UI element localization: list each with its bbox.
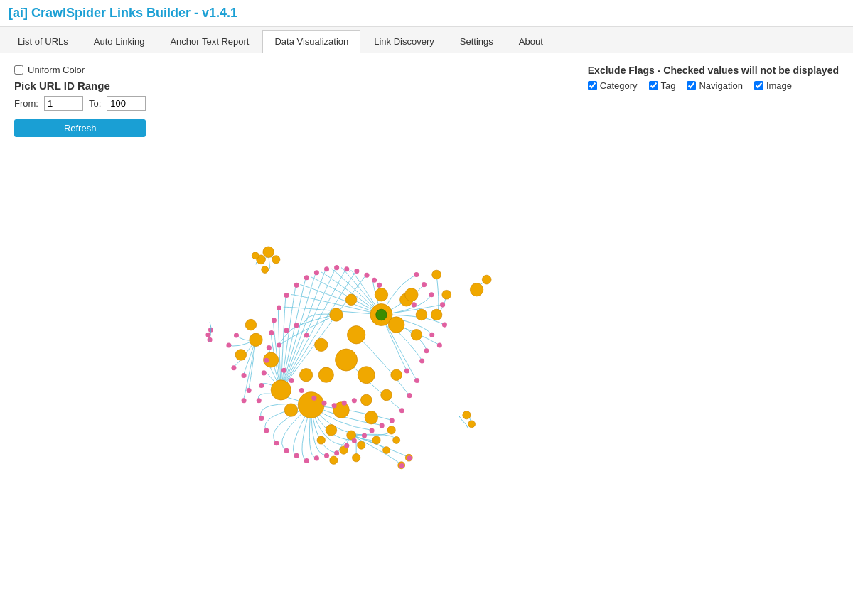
tab-about[interactable]: About bbox=[507, 30, 555, 53]
node bbox=[345, 294, 357, 306]
svg-point-41 bbox=[324, 266, 329, 271]
svg-point-40 bbox=[314, 270, 319, 275]
tab-link-discovery[interactable]: Link Discovery bbox=[362, 30, 446, 53]
svg-point-51 bbox=[277, 343, 281, 348]
flags-row: Category Tag Navigation Image bbox=[588, 80, 839, 91]
tab-anchor-text-report[interactable]: Anchor Text Report bbox=[158, 30, 261, 53]
node bbox=[405, 288, 418, 301]
svg-point-62 bbox=[231, 365, 236, 370]
svg-point-44 bbox=[354, 269, 359, 274]
center-node bbox=[376, 309, 387, 320]
flag-image-checkbox[interactable] bbox=[754, 81, 763, 90]
svg-point-33 bbox=[267, 345, 272, 350]
svg-point-9 bbox=[419, 358, 424, 363]
svg-point-29 bbox=[257, 398, 262, 403]
tab-data-visualization[interactable]: Data Visualization bbox=[262, 30, 360, 53]
flag-category-label: Category bbox=[600, 80, 638, 91]
url-range-section: Pick URL ID Range bbox=[14, 80, 146, 92]
svg-point-46 bbox=[372, 278, 377, 283]
main-content: Uniform Color Pick URL ID Range From: To… bbox=[0, 53, 853, 497]
svg-point-56 bbox=[321, 401, 326, 406]
svg-point-59 bbox=[352, 398, 357, 403]
to-input[interactable] bbox=[107, 96, 146, 111]
flag-category-checkbox[interactable] bbox=[588, 81, 597, 90]
node bbox=[375, 288, 387, 301]
svg-point-38 bbox=[294, 283, 299, 288]
exclude-flags-section: Exclude Flags - Checked values will not … bbox=[588, 65, 839, 91]
node bbox=[463, 411, 471, 419]
pick-range-label: Pick URL ID Range bbox=[14, 80, 110, 92]
node bbox=[381, 389, 392, 401]
svg-point-37 bbox=[284, 293, 289, 298]
svg-point-39 bbox=[304, 275, 309, 280]
node bbox=[336, 349, 358, 371]
svg-point-24 bbox=[294, 453, 299, 458]
tab-settings[interactable]: Settings bbox=[448, 30, 505, 53]
svg-point-64 bbox=[247, 388, 252, 393]
left-controls: Uniform Color Pick URL ID Range From: To… bbox=[14, 65, 146, 137]
node bbox=[272, 256, 280, 264]
node bbox=[330, 456, 338, 464]
svg-point-49 bbox=[294, 323, 299, 328]
node bbox=[318, 367, 333, 382]
flag-image: Image bbox=[754, 80, 792, 91]
svg-point-19 bbox=[344, 443, 349, 448]
range-inputs-row: From: To: bbox=[14, 96, 146, 111]
uniform-color-checkbox[interactable] bbox=[14, 65, 23, 75]
flag-tag-checkbox[interactable] bbox=[649, 81, 658, 90]
svg-point-3 bbox=[412, 302, 417, 307]
svg-point-18 bbox=[352, 438, 357, 443]
svg-point-43 bbox=[344, 266, 349, 271]
svg-point-23 bbox=[304, 458, 309, 463]
flag-tag: Tag bbox=[649, 80, 676, 91]
svg-point-13 bbox=[399, 408, 404, 413]
svg-point-36 bbox=[277, 306, 281, 310]
svg-point-65 bbox=[242, 398, 247, 403]
visualization-area bbox=[14, 144, 839, 485]
node bbox=[416, 309, 427, 320]
node bbox=[482, 275, 491, 284]
svg-point-67 bbox=[407, 455, 412, 460]
svg-point-7 bbox=[424, 348, 429, 353]
svg-point-1 bbox=[422, 282, 426, 287]
svg-point-17 bbox=[362, 433, 367, 438]
svg-point-12 bbox=[407, 393, 412, 398]
svg-point-53 bbox=[289, 378, 294, 383]
flag-tag-label: Tag bbox=[661, 80, 676, 91]
svg-point-0 bbox=[414, 272, 419, 277]
node bbox=[326, 425, 337, 436]
node bbox=[372, 436, 380, 444]
tab-list-of-urls[interactable]: List of URLs bbox=[6, 30, 80, 53]
svg-point-48 bbox=[304, 333, 309, 337]
tab-auto-linking[interactable]: Auto Linking bbox=[82, 30, 157, 53]
tab-bar: List of URLs Auto Linking Anchor Text Re… bbox=[0, 27, 853, 53]
svg-point-31 bbox=[262, 370, 267, 375]
svg-point-21 bbox=[324, 453, 329, 458]
uniform-color-label: Uniform Color bbox=[28, 65, 85, 75]
svg-point-54 bbox=[299, 388, 304, 393]
node bbox=[262, 266, 269, 274]
node bbox=[358, 367, 375, 384]
node bbox=[317, 436, 325, 444]
svg-point-10 bbox=[404, 369, 409, 374]
node bbox=[284, 404, 297, 416]
svg-point-45 bbox=[364, 273, 369, 278]
node bbox=[468, 421, 476, 428]
from-input[interactable] bbox=[44, 96, 83, 111]
flag-navigation-checkbox[interactable] bbox=[687, 81, 696, 90]
refresh-button[interactable]: Refresh bbox=[14, 119, 146, 137]
svg-point-57 bbox=[332, 403, 337, 408]
node bbox=[383, 447, 390, 454]
svg-point-30 bbox=[259, 383, 264, 388]
svg-point-47 bbox=[377, 283, 382, 288]
svg-point-42 bbox=[334, 265, 339, 270]
svg-point-35 bbox=[272, 318, 277, 323]
svg-point-2 bbox=[429, 292, 434, 297]
node bbox=[252, 252, 259, 259]
node bbox=[393, 437, 400, 444]
svg-point-28 bbox=[259, 416, 264, 421]
svg-point-63 bbox=[242, 373, 247, 378]
node bbox=[361, 394, 372, 406]
node bbox=[235, 350, 247, 361]
node bbox=[263, 247, 274, 258]
